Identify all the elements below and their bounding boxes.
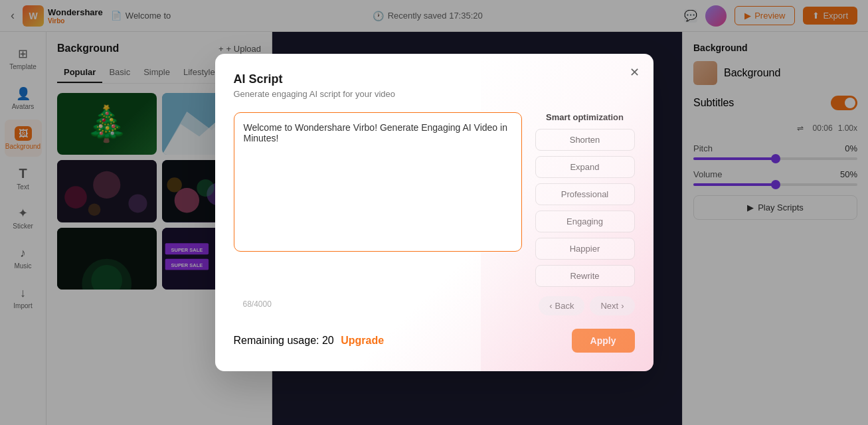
optimization-panel: Smart optimization Shorten Expand Profes… <box>535 112 635 315</box>
opt-professional[interactable]: Professional <box>535 183 635 205</box>
modal-nav-buttons: ‹ Back Next › <box>535 296 635 315</box>
remaining-usage: Remaining usage: 20 Upgrade <box>234 335 385 347</box>
next-nav-button[interactable]: Next › <box>590 296 634 315</box>
modal-body: Welcome to Wondershare Virbo! Generate E… <box>234 112 635 315</box>
modal-close-button[interactable]: ✕ <box>626 63 644 82</box>
script-textarea-wrap: Welcome to Wondershare Virbo! Generate E… <box>234 112 522 315</box>
modal-subtitle: Generate engaging AI script for your vid… <box>234 89 635 99</box>
modal-footer: Remaining usage: 20 Upgrade Apply <box>234 329 635 353</box>
back-nav-button[interactable]: ‹ Back <box>539 296 584 315</box>
ai-script-modal: ✕ AI Script Generate engaging AI script … <box>215 54 653 371</box>
opt-rewrite[interactable]: Rewrite <box>535 265 635 287</box>
apply-button[interactable]: Apply <box>572 329 635 353</box>
modal-title: AI Script <box>234 72 635 86</box>
back-chevron: ‹ <box>549 301 552 311</box>
script-textarea[interactable]: Welcome to Wondershare Virbo! Generate E… <box>234 112 522 252</box>
opt-expand[interactable]: Expand <box>535 156 635 178</box>
opt-engaging[interactable]: Engaging <box>535 211 635 232</box>
opt-happier[interactable]: Happier <box>535 238 635 260</box>
modal-overlay[interactable]: ✕ AI Script Generate engaging AI script … <box>0 0 868 425</box>
smart-opt-title: Smart optimization <box>535 112 635 122</box>
next-chevron: › <box>621 301 624 311</box>
opt-shorten[interactable]: Shorten <box>535 129 635 151</box>
char-count: 68/4000 <box>243 299 272 309</box>
upgrade-link[interactable]: Upgrade <box>341 335 384 346</box>
